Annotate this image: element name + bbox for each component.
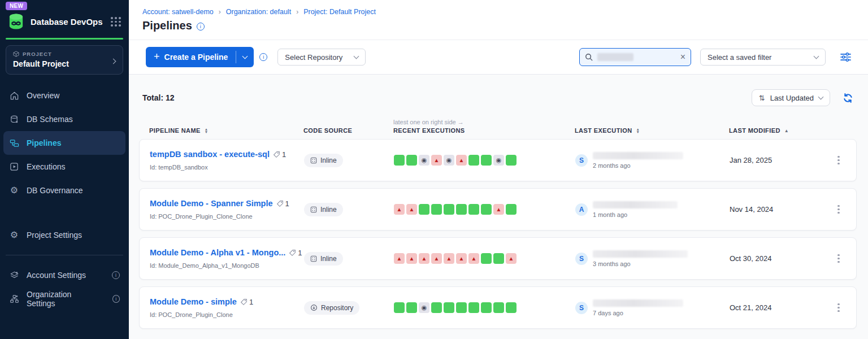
sidebar-nav: Overview DB Schemas Pipelines Executions…	[0, 84, 129, 311]
execution-status-success[interactable]	[406, 155, 417, 166]
execution-status-success[interactable]	[456, 302, 467, 313]
execution-status-failed[interactable]: ▲	[431, 155, 442, 166]
sort-icon[interactable]: ▲▼	[636, 128, 640, 133]
execution-status-success[interactable]	[481, 155, 492, 166]
sidebar-item-project-settings[interactable]: ⚙ Project Settings	[0, 223, 129, 247]
last-modified-date: Nov 14, 2024	[730, 205, 829, 214]
execution-status-success[interactable]	[431, 302, 442, 313]
execution-status-success[interactable]	[481, 253, 492, 264]
execution-status-success[interactable]	[481, 204, 492, 215]
sidebar-item-label: Pipelines	[27, 138, 61, 147]
row-menu-icon[interactable]	[835, 203, 842, 216]
project-selector[interactable]: PROJECT Default Project	[6, 45, 123, 75]
chevron-down-icon	[242, 54, 248, 59]
execution-status-success[interactable]	[444, 204, 454, 215]
brand-underline	[6, 38, 123, 40]
execution-status-success[interactable]	[468, 155, 479, 166]
pipeline-row[interactable]: Module Demo - simple 1 Id: POC_Drone_Plu…	[139, 286, 857, 329]
sort-icon[interactable]: ▲▼	[205, 128, 209, 133]
execution-status-success[interactable]	[394, 302, 405, 313]
execution-status-failed[interactable]: ▲	[431, 253, 442, 264]
sidebar-item-executions[interactable]: Executions	[0, 155, 129, 179]
filter-settings-icon[interactable]	[840, 53, 851, 62]
breadcrumb: Account: satwell-demo › Organization: de…	[142, 8, 851, 16]
execution-status-aborted[interactable]: ◉	[493, 155, 504, 166]
tag-icon	[240, 298, 248, 306]
search-input[interactable]: ×	[579, 48, 691, 66]
execution-status-aborted[interactable]: ◉	[419, 302, 429, 313]
execution-status-success[interactable]	[481, 302, 492, 313]
execution-status-failed[interactable]: ▲	[394, 253, 405, 264]
row-menu-icon[interactable]	[835, 301, 842, 315]
create-pipeline-dropdown[interactable]	[236, 56, 254, 58]
pipeline-name-link[interactable]: Module Demo - Spanner Simple	[150, 199, 273, 208]
inline-icon	[310, 255, 317, 262]
avatar[interactable]: S	[575, 253, 588, 265]
sidebar-item-account-settings[interactable]: Account Settings i	[0, 263, 129, 287]
tag-icon	[273, 151, 280, 158]
pipeline-id: Id: Module_Demo_Alpha_v1_MongoDB	[150, 262, 304, 269]
pipeline-id: Id: POC_Drone_Plugin_Clone_Clone	[150, 213, 304, 220]
execution-status-success[interactable]	[419, 204, 429, 215]
execution-status-success[interactable]	[506, 204, 517, 215]
row-menu-icon[interactable]	[835, 154, 842, 167]
execution-status-success[interactable]	[444, 302, 454, 313]
execution-status-failed[interactable]: ▲	[406, 253, 417, 264]
execution-status-success[interactable]	[468, 302, 479, 313]
clear-search-icon[interactable]: ×	[680, 53, 685, 62]
avatar[interactable]: A	[575, 203, 588, 216]
execution-status-success[interactable]	[506, 155, 517, 166]
execution-status-failed[interactable]: ▲	[444, 253, 454, 264]
execution-status-success[interactable]	[406, 302, 417, 313]
last-execution-time: 2 months ago	[593, 162, 683, 169]
execution-status-failed[interactable]: ▲	[456, 253, 467, 264]
execution-status-failed[interactable]: ▲	[419, 253, 429, 264]
sidebar-item-db-schemas[interactable]: DB Schemas	[0, 107, 129, 131]
execution-status-failed[interactable]: ▲	[506, 253, 517, 264]
pipeline-name-link[interactable]: Module Demo - simple	[150, 297, 237, 306]
pipeline-row[interactable]: tempDB sandbox - execute-sql 1 Id: tempD…	[139, 139, 857, 181]
sort-ascending-icon[interactable]: ▲	[784, 128, 789, 133]
create-pipeline-button[interactable]: + Create a Pipeline	[146, 47, 254, 67]
sidebar-item-organization-settings[interactable]: Organization Settings i	[0, 287, 129, 311]
select-repository-dropdown[interactable]: Select Repository	[277, 49, 366, 66]
recent-executions-strip: ▲▲▲	[394, 204, 575, 215]
execution-status-success[interactable]	[493, 302, 504, 313]
execution-status-success[interactable]	[506, 302, 517, 313]
sort-dropdown[interactable]: ⇅ Last Updated	[752, 89, 830, 106]
sidebar-item-overview[interactable]: Overview	[0, 84, 129, 107]
info-icon[interactable]: i	[259, 53, 267, 61]
execution-status-aborted[interactable]: ◉	[419, 155, 429, 166]
refresh-icon[interactable]	[843, 93, 853, 103]
pipeline-id: Id: POC_Drone_Plugin_Clone	[150, 311, 304, 318]
app-switcher-icon[interactable]	[111, 17, 121, 27]
execution-status-success[interactable]	[431, 204, 442, 215]
layers-gear-icon	[9, 270, 19, 280]
breadcrumb-organization-link[interactable]: Organization: default	[226, 8, 291, 16]
sidebar-item-pipelines[interactable]: Pipelines	[3, 131, 125, 155]
execution-status-failed[interactable]: ▲	[468, 253, 479, 264]
saved-filter-dropdown[interactable]: Select a saved filter	[700, 49, 826, 66]
pipeline-name-link[interactable]: tempDB sandbox - execute-sql	[150, 150, 270, 159]
breadcrumb-project-link[interactable]: Project: Default Project	[303, 8, 376, 16]
execution-status-aborted[interactable]: ◉	[444, 155, 454, 166]
info-icon[interactable]: i	[112, 295, 120, 303]
avatar[interactable]: S	[575, 154, 588, 167]
pipeline-row[interactable]: Module Demo - Alpha v1 - Mongo... 1 Id: …	[139, 237, 857, 280]
breadcrumb-account-link[interactable]: Account: satwell-demo	[142, 8, 214, 16]
sidebar-item-db-governance[interactable]: ⚙ DB Governance	[0, 179, 129, 202]
avatar[interactable]: S	[575, 302, 588, 314]
info-icon[interactable]: i	[197, 23, 205, 31]
execution-status-success[interactable]	[456, 204, 467, 215]
execution-status-success[interactable]	[468, 204, 479, 215]
execution-status-success[interactable]	[493, 253, 504, 264]
info-icon[interactable]: i	[112, 271, 120, 279]
execution-status-failed[interactable]: ▲	[394, 204, 405, 215]
pipeline-name-link[interactable]: Module Demo - Alpha v1 - Mongo...	[150, 248, 285, 257]
execution-status-failed[interactable]: ▲	[456, 155, 467, 166]
row-menu-icon[interactable]	[835, 252, 842, 266]
execution-status-failed[interactable]: ▲	[406, 204, 417, 215]
execution-status-success[interactable]	[394, 155, 405, 166]
execution-status-failed[interactable]: ▲	[493, 204, 504, 215]
pipeline-row[interactable]: Module Demo - Spanner Simple 1 Id: POC_D…	[139, 188, 857, 231]
